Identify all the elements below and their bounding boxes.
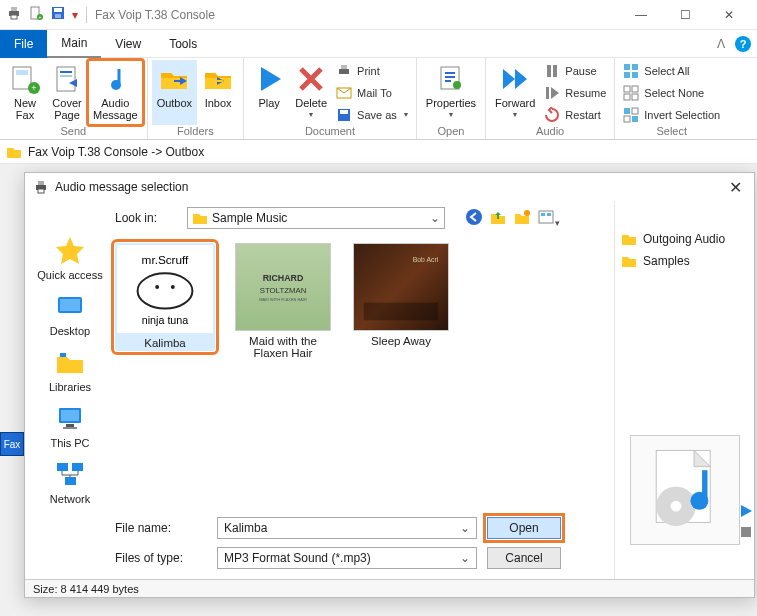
svg-text:STOLTZMAN: STOLTZMAN [260,286,307,295]
open-button[interactable]: Open [487,517,561,539]
place-quick-access[interactable]: Quick access [37,235,102,281]
preview-stop-button[interactable] [739,525,753,542]
properties-button[interactable]: Properties ▾ [421,60,481,125]
outbox-button[interactable]: Outbox [152,60,197,125]
svg-point-69 [670,501,681,512]
svg-rect-30 [632,72,638,78]
svg-rect-27 [624,64,630,70]
pause-item[interactable]: Pause [544,61,606,81]
place-this-pc[interactable]: This PC [50,403,89,449]
dialog-statusbar: Size: 8 414 449 bytes [25,579,754,597]
breadcrumb-text: Fax Voip T.38 Console -> Outbox [28,145,204,159]
play-button[interactable]: Play [248,60,290,125]
printer-icon[interactable] [6,5,22,24]
cover-page-button[interactable]: Cover Page [46,60,88,125]
new-doc-icon[interactable]: + [28,5,44,24]
folder-out-icon [158,63,190,95]
svg-point-60 [171,285,175,289]
cancel-button[interactable]: Cancel [487,547,561,569]
svg-rect-25 [553,65,557,77]
select-none-item[interactable]: Select None [623,83,720,103]
label: Inbox [205,97,232,109]
maximize-button[interactable]: ☐ [663,0,707,30]
up-folder-icon[interactable] [489,208,507,229]
resume-icon [544,85,560,101]
back-icon[interactable] [465,208,483,229]
select-all-item[interactable]: Select All [623,61,720,81]
resume-item[interactable]: Resume [544,83,606,103]
star-icon [54,235,86,267]
folder-outgoing-audio[interactable]: Outgoing Audio [621,231,748,247]
delete-button[interactable]: Delete ▾ [290,60,332,125]
svg-rect-48 [63,427,77,429]
collapse-ribbon-icon[interactable]: ᐱ [717,37,725,51]
help-icon[interactable]: ? [735,36,751,52]
audio-message-button[interactable]: Audio Message [88,60,143,125]
play-icon [253,63,285,95]
svg-rect-66 [364,303,438,321]
forward-icon [499,63,531,95]
qat-dropdown-icon[interactable]: ▾ [72,8,78,22]
folder-icon [621,231,637,247]
label: Pause [565,65,596,77]
chevron-down-icon: ⌄ [460,551,470,565]
svg-point-59 [155,285,159,289]
group-label: Audio [490,125,610,139]
svg-rect-43 [60,299,80,311]
music-note-icon [99,63,131,95]
libraries-icon [54,347,86,379]
svg-rect-18 [341,65,347,69]
filetype-combo[interactable]: MP3 Format Sound (*.mp3) ⌄ [217,547,477,569]
filename-input[interactable]: Kalimba ⌄ [217,517,477,539]
minimize-button[interactable]: — [619,0,663,30]
folder-samples[interactable]: Samples [621,253,748,269]
close-button[interactable]: ✕ [707,0,751,30]
lookin-combo[interactable]: Sample Music ⌄ [187,207,445,229]
label: Resume [565,87,606,99]
status-size: Size: 8 414 449 bytes [33,583,139,595]
place-desktop[interactable]: Desktop [50,291,90,337]
forward-button[interactable]: Forward ▾ [490,60,540,125]
view-menu-icon[interactable]: ▾ [537,208,560,229]
preview-pane [630,435,740,545]
dialog-center: Look in: Sample Music ⌄ ▾ mr.Scruffninja… [115,201,614,579]
new-fax-button[interactable]: + New Fax [4,60,46,125]
mail-icon [336,85,352,101]
saveas-item[interactable]: Save as▾ [336,105,408,125]
file-item-sleep-away[interactable]: Bob Acri Sleep Away [351,243,451,347]
filetype-label: Files of type: [115,551,207,565]
fax-icon: + [9,63,41,95]
mailto-item[interactable]: Mail To [336,83,408,103]
file-item-kalimba[interactable]: mr.Scruffninja tuna Kalimba [115,243,215,351]
places-bar: Quick access Desktop Libraries This PC N… [25,201,115,579]
svg-text:Bob Acri: Bob Acri [413,256,439,263]
label: Desktop [50,325,90,337]
tab-tools[interactable]: Tools [155,30,211,58]
chevron-down-icon: ⌄ [430,211,440,225]
place-network[interactable]: Network [50,459,90,505]
invert-selection-item[interactable]: Invert Selection [623,105,720,125]
file-item-maid[interactable]: RICHARDSTOLTZMANMAID WITH FLAXEN HAIR Ma… [233,243,333,359]
tab-view[interactable]: View [101,30,155,58]
restart-item[interactable]: Restart [544,105,606,125]
save-icon[interactable] [50,5,66,24]
taskbar-pinned-app[interactable]: Fax [0,432,24,456]
thumbnail: RICHARDSTOLTZMANMAID WITH FLAXEN HAIR [235,243,331,331]
svg-rect-56 [547,213,551,216]
group-label: Folders [152,125,239,139]
inbox-button[interactable]: Inbox [197,60,239,125]
audio-file-icon [640,445,730,535]
tab-main[interactable]: Main [47,30,101,58]
new-folder-icon[interactable] [513,208,531,229]
svg-point-52 [466,209,482,225]
place-libraries[interactable]: Libraries [49,347,91,393]
svg-point-16 [111,80,121,90]
svg-rect-17 [339,69,349,74]
svg-rect-35 [624,108,630,114]
tab-file[interactable]: File [0,30,47,58]
svg-rect-40 [38,181,44,185]
preview-play-button[interactable] [739,504,753,521]
dialog-close-button[interactable]: ✕ [725,178,746,197]
svg-rect-55 [541,213,545,216]
print-item[interactable]: Print [336,61,408,81]
